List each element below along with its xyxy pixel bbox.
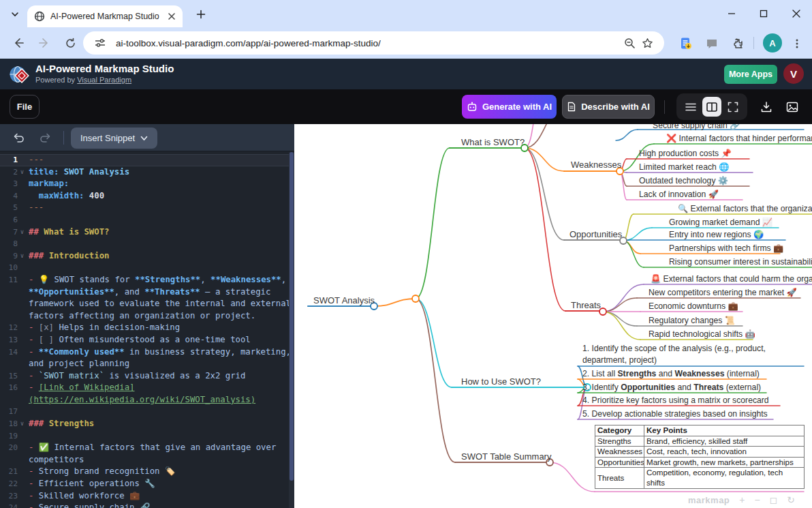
code-line[interactable]: 1--- [0,154,294,166]
code-text[interactable]: ## What is SWOT? [27,226,109,239]
back-button[interactable] [8,33,29,53]
code-line[interactable]: 24- Secure supply chain 🔗 [0,502,294,508]
code-line[interactable]: 3markmap: [0,178,294,190]
download-button[interactable] [758,98,775,116]
chat-bubble-icon[interactable] [702,34,721,53]
code-text[interactable]: - [x] Helps in decision-making [27,322,180,334]
code-text[interactable]: - `SWOT matrix` is visualized as a 2x2 g… [27,370,245,383]
code-text[interactable]: (https://en.wikipedia.org/wiki/SWOT_anal… [27,394,255,406]
code-line[interactable]: 23- Skilled workforce 💼 [0,490,294,503]
visual-paradigm-link[interactable]: Visual Paradigm [77,76,131,84]
code-text[interactable]: framework used to evaluate the internal … [27,298,291,310]
code-line[interactable]: competitors [0,454,294,466]
code-line[interactable]: 11- 💡 SWOT stands for **Strengths**, **W… [0,274,294,286]
markmap-brand[interactable]: markmap [688,495,730,505]
fullscreen-view-button[interactable] [723,97,743,117]
code-text[interactable]: - Efficient operations 🔧 [27,478,155,490]
code-text[interactable]: --- [27,202,44,214]
code-text[interactable]: - [ ] Often misunderstood as a one-time … [27,334,251,346]
code-text[interactable]: competitors [27,454,84,466]
url-text[interactable]: ai-toolbox.visual-paradigm.com/app/ai-po… [116,38,621,48]
user-avatar[interactable]: V [783,63,804,84]
insert-snippet-button[interactable]: Insert Snippet [71,128,157,149]
code-text[interactable]: - [Link of Wikipedia] [27,382,134,394]
forward-button[interactable] [34,33,54,53]
code-line[interactable]: 16- [Link of Wikipedia] [0,382,294,394]
code-text[interactable]: - Strong brand recognition 🏷️ [27,466,175,478]
describe-with-ai-button[interactable]: Describe with AI [562,95,655,119]
editor-only-view-button[interactable] [681,97,700,117]
window-close-button[interactable] [785,3,808,24]
code-lines[interactable]: 1---2∨title: SWOT Analysis3markmap:4 max… [0,152,294,508]
split-view-button[interactable] [702,97,721,117]
code-line[interactable]: 19 [0,430,294,443]
zoom-out-icon[interactable]: − [755,494,760,505]
code-line[interactable]: 9∨### Introduction [0,250,294,263]
fold-chevron-icon[interactable]: ∨ [18,418,27,430]
code-text[interactable]: factors affecting an organization or pro… [27,310,255,323]
code-text[interactable]: - Skilled workforce 💼 [27,490,140,503]
fold-chevron-icon[interactable]: ∨ [18,166,27,179]
code-text[interactable]: and project planning [27,358,129,370]
code-line[interactable]: 4 maxWidth: 400 [0,190,294,203]
code-text[interactable] [27,262,29,274]
file-menu-button[interactable]: File [10,95,40,119]
generate-with-ai-button[interactable]: Generate with AI [462,95,557,119]
zoom-out-icon[interactable] [621,34,638,52]
code-line[interactable]: 7∨## What is SWOT? [0,226,294,239]
code-line[interactable]: 10 [0,262,294,274]
tab-close-icon[interactable] [168,12,176,20]
fold-chevron-icon[interactable]: ∨ [18,226,27,239]
code-text[interactable]: ### Introduction [27,250,109,263]
code-line[interactable]: 8 [0,238,294,250]
extensions-puzzle-icon[interactable] [728,34,747,53]
url-bar[interactable]: ai-toolbox.visual-paradigm.com/app/ai-po… [83,31,664,55]
export-image-button[interactable] [783,98,801,116]
code-line[interactable]: 17 [0,406,294,418]
window-minimize-button[interactable] [720,3,743,24]
bookmark-star-icon[interactable] [638,34,656,52]
code-line[interactable]: 12- [x] Helps in decision-making [0,322,294,334]
redo-button[interactable] [36,130,54,146]
code-text[interactable]: - **Commonly used** in business strategy… [27,346,291,359]
code-line[interactable]: factors affecting an organization or pro… [0,310,294,323]
code-line[interactable]: 20- ✅ Internal factors that give an adva… [0,442,294,454]
code-line[interactable]: 18∨### Strengths [0,418,294,430]
code-line[interactable]: 21- Strong brand recognition 🏷️ [0,466,294,478]
branch-node-circle[interactable] [412,295,419,302]
code-text[interactable]: markmap: [27,178,69,190]
code-text[interactable]: - Secure supply chain 🔗 [27,502,150,508]
code-text[interactable]: --- [27,154,44,166]
window-maximize-button[interactable] [752,3,775,24]
site-settings-icon[interactable] [91,34,109,52]
zoom-in-icon[interactable]: + [739,494,745,505]
scrollbar-thumb[interactable] [290,152,294,481]
reload-button[interactable] [60,33,80,53]
code-text[interactable]: maxWidth: 400 [27,190,104,203]
code-text[interactable] [27,238,29,250]
code-line[interactable]: 6 [0,214,294,226]
code-line[interactable]: framework used to evaluate the internal … [0,298,294,310]
more-apps-button[interactable]: More Apps [724,65,777,84]
code-line[interactable]: and project planning [0,358,294,370]
extension-docs-icon[interactable] [676,34,696,53]
code-line[interactable]: 14- **Commonly used** in business strate… [0,346,294,359]
undo-button[interactable] [10,130,28,146]
code-line[interactable]: 2∨title: SWOT Analysis [0,166,294,179]
code-text[interactable]: - 💡 SWOT stands for **Strengths**, **Wea… [27,274,286,286]
browser-tab[interactable]: AI-Powered Markmap Studio [27,5,183,27]
code-line[interactable]: 22- Efficient operations 🔧 [0,478,294,490]
code-text[interactable]: ### Strengths [27,418,94,430]
new-tab-button[interactable] [193,7,208,22]
code-line[interactable]: 13- [ ] Often misunderstood as a one-tim… [0,334,294,346]
refresh-icon[interactable]: ↻ [787,494,795,505]
code-text[interactable]: **Opportunities**, and **Threats** — a s… [27,286,270,299]
code-text[interactable]: - ✅ Internal factors that give an advant… [27,442,276,454]
code-line[interactable]: (https://en.wikipedia.org/wiki/SWOT_anal… [0,394,294,406]
tab-search-button[interactable] [7,6,23,23]
code-text[interactable] [27,430,29,443]
code-text[interactable] [27,406,29,418]
code-line[interactable]: 5--- [0,202,294,214]
fold-chevron-icon[interactable]: ∨ [18,250,27,263]
code-line[interactable]: **Opportunities**, and **Threats** — a s… [0,286,294,299]
